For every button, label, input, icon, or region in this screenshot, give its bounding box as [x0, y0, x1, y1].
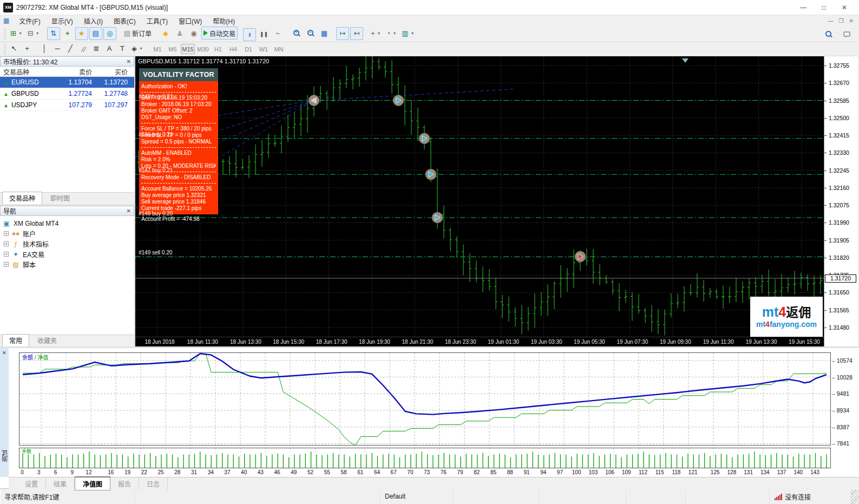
tester-tab-日志[interactable]: 日志: [139, 477, 168, 490]
navigator-tab-常用[interactable]: 常用: [2, 334, 29, 346]
mdi-restore-button[interactable]: ❐: [839, 18, 844, 24]
expand-icon[interactable]: +: [4, 241, 9, 246]
experts-button[interactable]: ♟: [173, 27, 186, 40]
timeframe-d1[interactable]: D1: [241, 44, 255, 54]
zoom-in-button[interactable]: +: [290, 27, 303, 40]
text-button[interactable]: A: [103, 43, 115, 54]
toolbar-grip2[interactable]: [4, 44, 6, 55]
window-close-button[interactable]: ✕: [841, 4, 848, 11]
search-button[interactable]: [822, 28, 835, 41]
dropdown-arrow-icon[interactable]: ▼: [377, 31, 381, 35]
tester-close-icon[interactable]: ✕: [2, 350, 6, 356]
expand-icon[interactable]: +: [4, 231, 9, 236]
expand-icon[interactable]: +: [4, 262, 9, 267]
timeframe-m15[interactable]: M15: [181, 44, 195, 54]
resize-grip[interactable]: [851, 489, 859, 504]
equidistant-channel-button[interactable]: ╱╱: [77, 44, 89, 55]
navigator-item-indicators[interactable]: +ƒ技术指标: [2, 239, 134, 249]
navigator-item-accounts[interactable]: +◉◉账户: [2, 228, 134, 239]
timeframe-m30[interactable]: M30: [196, 44, 210, 54]
bar-chart-button[interactable]: |||: [243, 28, 256, 41]
sounds-button[interactable]: ◉: [187, 27, 200, 40]
tester-tab-设置[interactable]: 设置: [17, 477, 46, 490]
data-window-button[interactable]: ⌖: [61, 27, 74, 40]
tile-windows-button[interactable]: ▦: [318, 27, 331, 40]
cursor-button[interactable]: ↖: [8, 43, 20, 54]
templates-button[interactable]: ▥▼: [399, 27, 416, 40]
periods-button[interactable]: ◔▼: [384, 27, 399, 40]
dropdown-arrow-icon[interactable]: ▼: [36, 31, 40, 35]
new-order-button[interactable]: ▤新订单: [122, 27, 154, 40]
status-profile[interactable]: Default: [381, 489, 454, 504]
chart-area[interactable]: GBPUSD,M15 1.31712 1.31774 1.31710 1.317…: [135, 56, 858, 346]
timeframe-h4[interactable]: H4: [226, 44, 240, 54]
symbol-row-gbpusd[interactable]: ▲GBPUSD1.277241.27748: [0, 88, 134, 100]
market-watch-tab-即时图[interactable]: 即时图: [43, 192, 77, 204]
autotrading-button[interactable]: 自动交易: [201, 27, 238, 40]
mdi-close-button[interactable]: ✕: [849, 18, 854, 24]
menu-f[interactable]: 文件(F): [14, 17, 45, 27]
zoom-out-button[interactable]: −: [304, 27, 317, 40]
dropdown-arrow-icon[interactable]: ▼: [18, 31, 22, 35]
menu-h[interactable]: 帮助(H): [207, 17, 240, 27]
menu-c[interactable]: 图表(C): [108, 17, 141, 27]
menu-v[interactable]: 显示(V): [46, 17, 78, 27]
tester-vertical-tab[interactable]: 测试: [1, 450, 10, 462]
strategy-tester-button[interactable]: ◎: [103, 27, 116, 40]
chat-button[interactable]: [840, 28, 853, 41]
market-watch-tab-交易品种[interactable]: 交易品种: [2, 192, 42, 204]
navigator-root[interactable]: ▣XM Global MT4: [2, 218, 134, 228]
vertical-line-button[interactable]: │: [38, 43, 50, 54]
expand-icon[interactable]: +: [4, 252, 9, 257]
toolbar-grip[interactable]: [4, 29, 6, 40]
navigator-tab-收藏夹[interactable]: 收藏夹: [30, 334, 64, 346]
line-chart-button[interactable]: ~: [271, 27, 284, 40]
chart-window-icon[interactable]: ▦: [3, 17, 9, 24]
new-chart-button[interactable]: ⊞▼: [8, 27, 24, 40]
tester-tab-结果[interactable]: 结果: [46, 477, 75, 490]
tester-side-strip: ✕ 测试: [0, 348, 9, 477]
navigator-item-scripts[interactable]: +▤脚本: [2, 259, 134, 270]
terminal-button[interactable]: ▤: [89, 27, 102, 40]
timeframe-mn[interactable]: MN: [272, 44, 286, 54]
tester-tab-报告[interactable]: 报告: [110, 477, 139, 490]
timeframe-h1[interactable]: H1: [211, 44, 225, 54]
metaeditor-button[interactable]: ◆: [159, 27, 172, 40]
dropdown-arrow-icon[interactable]: ▼: [411, 31, 415, 35]
window-minimize-button[interactable]: —: [799, 4, 807, 11]
trendline-button[interactable]: ╱: [64, 43, 76, 54]
tester-tab-净值图[interactable]: 净值图: [75, 476, 110, 490]
market-watch-button[interactable]: ⇅: [47, 27, 60, 40]
chart-shift-button[interactable]: ↤: [350, 27, 363, 40]
dropdown-arrow-icon[interactable]: ▼: [392, 31, 396, 35]
timeframe-m1[interactable]: M1: [150, 44, 165, 54]
expert-advisors-icon: ✦: [11, 251, 20, 258]
crosshair-button[interactable]: +: [21, 43, 33, 54]
text-label-button[interactable]: T: [116, 43, 128, 54]
symbol-row-usdjpy[interactable]: ▲USDJPY107.279107.297: [0, 100, 134, 111]
indicators-button[interactable]: +▼: [369, 27, 383, 40]
menu-t[interactable]: 工具(T): [141, 17, 173, 27]
navigator-button[interactable]: ★: [75, 27, 88, 40]
equidistant-channel-icon: ╱╱: [81, 48, 86, 52]
market-watch-close-icon[interactable]: ✕: [127, 58, 131, 64]
mdi-minimize-button[interactable]: —: [828, 18, 834, 24]
menu-i[interactable]: 插入(I): [78, 17, 108, 27]
window-maximize-button[interactable]: □: [820, 4, 828, 11]
symbol-row-eurusd[interactable]: ▲EURUSD1.137041.13720: [0, 77, 134, 88]
horizontal-line-button[interactable]: ─: [51, 43, 63, 54]
timeframe-w1[interactable]: W1: [257, 44, 271, 54]
arrows-button[interactable]: ◈▼: [129, 43, 145, 54]
new-order-label: 新订单: [132, 29, 152, 38]
timeframe-m5[interactable]: M5: [166, 44, 180, 54]
chart-shift-marker-icon[interactable]: [682, 58, 688, 63]
fibonacci-button[interactable]: ≣: [90, 43, 102, 54]
dropdown-arrow-icon[interactable]: ▼: [139, 47, 143, 50]
navigator-item-expert-advisors[interactable]: +✦EA交易: [2, 249, 134, 259]
candlestick-button[interactable]: ▌▐: [257, 28, 270, 41]
profiles-button[interactable]: ⊟▼: [25, 27, 42, 40]
menu-w[interactable]: 窗口(W): [173, 17, 207, 27]
autoscroll-button[interactable]: ↦: [336, 27, 349, 40]
navigator-close-icon[interactable]: ✕: [127, 208, 131, 214]
price-axis-label: 1.31650: [829, 289, 849, 296]
